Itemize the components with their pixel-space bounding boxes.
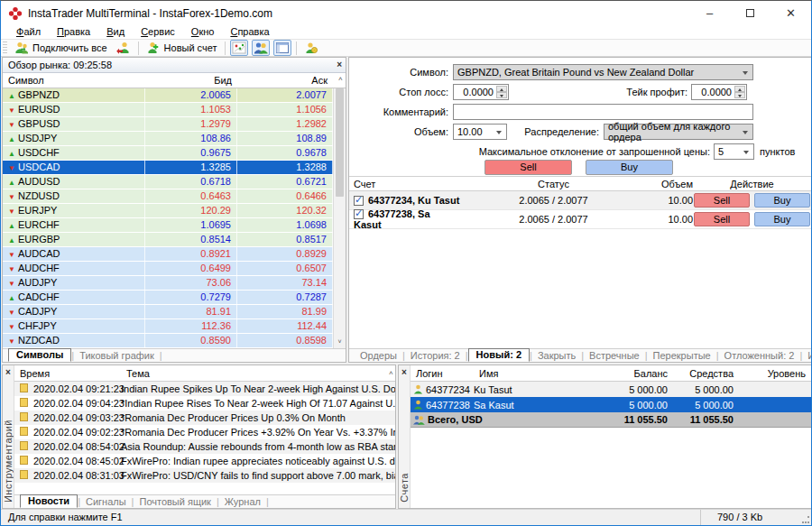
market-watch-close-icon[interactable]: × bbox=[337, 60, 342, 69]
news-row[interactable]: 2020.02.04 09:02:23 *Romania Dec Produce… bbox=[14, 425, 395, 439]
news-row[interactable]: 2020.02.04 09:21:23 Indian Rupee Spikes … bbox=[14, 382, 395, 396]
account-row[interactable]: 64377234 Ku Tasut 5 000.00 5 000.00 bbox=[411, 382, 811, 397]
accounts-view-toggle-button[interactable] bbox=[252, 40, 270, 56]
market-scrollbar[interactable]: ˅ bbox=[333, 88, 346, 348]
order-tab[interactable]: Встречные bbox=[584, 350, 645, 361]
menu-item[interactable]: Окно bbox=[183, 26, 223, 38]
market-row[interactable]: CADJPY 81.91 81.99 bbox=[3, 305, 333, 319]
market-row[interactable]: NZDCAD 0.8590 0.8598 bbox=[3, 334, 333, 348]
market-row[interactable]: AUDJPY 73.06 73.14 bbox=[3, 276, 333, 291]
maximize-button[interactable] bbox=[730, 1, 770, 25]
menu-item[interactable]: Справка bbox=[222, 26, 277, 38]
minimize-button[interactable]: – bbox=[689, 1, 730, 25]
order-tab[interactable]: Отложенный: 2 bbox=[719, 350, 800, 361]
buy-button[interactable]: Buy bbox=[586, 160, 673, 175]
order-account-row[interactable]: 64377238, Sa Kasut 2.0065 / 2.0077 10.00… bbox=[349, 210, 811, 229]
toolbox-tab[interactable]: Почтовый ящик bbox=[134, 496, 216, 507]
order-tab[interactable]: Перекрытые bbox=[648, 350, 716, 361]
account-row[interactable]: 64377238 Sa Kasut 5 000.00 5 000.00 bbox=[411, 397, 811, 412]
news-row[interactable]: 2020.02.04 09:03:23 *Romania Dec Produce… bbox=[14, 411, 395, 425]
market-row[interactable]: GBPUSD 1.2979 1.2982 bbox=[3, 117, 333, 132]
toolbox-tab[interactable]: Журнал bbox=[219, 496, 266, 507]
row-sell-button[interactable]: Sell bbox=[694, 212, 750, 226]
menu-item[interactable]: Сервис bbox=[133, 26, 183, 38]
symbol-select[interactable]: GBPNZD, Great Britain Pound vs New Zeala… bbox=[453, 64, 753, 80]
spin-down-icon[interactable] bbox=[496, 92, 507, 98]
market-tab[interactable]: Символы bbox=[8, 348, 71, 362]
spin-down-icon[interactable] bbox=[734, 92, 745, 98]
col-status[interactable]: Статус bbox=[460, 179, 647, 189]
news-row[interactable]: 2020.02.04 08:31:03 FxWirePro: USD/CNY f… bbox=[14, 468, 395, 483]
accounts-close-icon[interactable]: × bbox=[401, 367, 407, 378]
market-row[interactable]: CHFJPY 112.36 112.44 bbox=[3, 319, 333, 334]
volume-select[interactable]: 10.00 bbox=[453, 124, 507, 140]
market-row[interactable]: NZDUSD 0.6463 0.6466 bbox=[3, 189, 333, 204]
sell-button[interactable]: Sell bbox=[484, 160, 572, 175]
order-tab[interactable]: История: 2 bbox=[405, 350, 466, 361]
menu-item[interactable]: Вид bbox=[98, 26, 133, 38]
market-row[interactable]: EURJPY 120.29 120.32 bbox=[3, 204, 333, 218]
account-checkbox[interactable] bbox=[354, 209, 364, 219]
comment-input[interactable] bbox=[453, 104, 753, 120]
order-account-row[interactable]: 64377234, Ku Tasut 2.0065 / 2.0077 10.00… bbox=[349, 191, 811, 210]
col-time[interactable]: Время bbox=[14, 368, 121, 379]
account-checkbox[interactable] bbox=[354, 196, 364, 206]
scrollbar-thumb[interactable] bbox=[336, 88, 344, 197]
market-row[interactable]: AUDUSD 0.6718 0.6721 bbox=[3, 175, 333, 189]
menu-item[interactable]: Правка bbox=[49, 26, 98, 38]
market-tab[interactable]: Тиковый график bbox=[74, 350, 160, 361]
row-buy-button[interactable]: Buy bbox=[754, 212, 810, 226]
col-ask[interactable]: Аск bbox=[237, 73, 333, 88]
row-buy-button[interactable]: Buy bbox=[754, 193, 810, 208]
order-tab[interactable]: Изменить bbox=[802, 350, 812, 361]
scroll-up-icon[interactable]: ˄ bbox=[333, 73, 346, 88]
market-row[interactable]: CADCHF 0.7279 0.7287 bbox=[3, 291, 333, 305]
take-profit-input[interactable]: 0.0000 bbox=[691, 84, 747, 100]
scroll-up-icon[interactable]: ˄ bbox=[383, 369, 395, 377]
spin-up-icon[interactable] bbox=[734, 86, 745, 92]
col-level[interactable]: Уровень bbox=[739, 368, 811, 379]
row-sell-button[interactable]: Sell bbox=[694, 193, 750, 208]
resize-grip[interactable] bbox=[802, 516, 809, 523]
market-row[interactable]: GBPNZD 2.0065 2.0077 bbox=[3, 88, 333, 103]
col-account[interactable]: Счет bbox=[349, 179, 460, 189]
order-tab[interactable]: Новый: 2 bbox=[468, 348, 530, 362]
stop-loss-input[interactable]: 0.0000 bbox=[453, 84, 509, 100]
col-volume[interactable]: Объем bbox=[647, 179, 693, 189]
market-row[interactable]: AUDCAD 0.8921 0.8929 bbox=[3, 247, 333, 262]
disconnect-all-button[interactable] bbox=[112, 41, 135, 56]
close-button[interactable]: ✕ bbox=[770, 1, 811, 25]
order-tab[interactable]: Закрыть bbox=[532, 350, 581, 361]
market-row[interactable]: EURUSD 1.1053 1.1056 bbox=[3, 103, 333, 117]
col-bid[interactable]: Бид bbox=[145, 73, 237, 88]
order-tab[interactable]: Ордеры bbox=[355, 350, 402, 361]
col-balance[interactable]: Баланс bbox=[589, 368, 673, 379]
scroll-down-icon[interactable]: ˅ bbox=[334, 336, 346, 348]
market-row[interactable]: EURCHF 1.0695 1.0698 bbox=[3, 218, 333, 233]
col-equity[interactable]: Средства bbox=[673, 368, 739, 379]
news-row[interactable]: 2020.02.04 08:54:02 Asia Roundup: Aussie… bbox=[14, 439, 395, 454]
news-row[interactable]: 2020.02.04 09:04:23 *Indian Rupee Rises … bbox=[14, 396, 395, 411]
connect-all-button[interactable]: Подключить все bbox=[10, 41, 112, 56]
market-row[interactable]: USDCAD 1.3285 1.3288 bbox=[3, 161, 333, 175]
toolbox-tab[interactable]: Новости bbox=[20, 494, 78, 508]
new-account-button[interactable]: Новый счет bbox=[142, 41, 222, 56]
col-symbol[interactable]: Символ bbox=[3, 73, 145, 88]
distribution-select[interactable]: общий объем для каждого ордера bbox=[604, 124, 753, 140]
market-row[interactable]: USDCHF 0.9675 0.9678 bbox=[3, 146, 333, 161]
toolbar-grip[interactable] bbox=[3, 42, 7, 54]
market-row[interactable]: USDJPY 108.86 108.89 bbox=[3, 132, 333, 146]
news-row[interactable]: 2020.02.04 08:45:02 FxWirePro: Indian ru… bbox=[14, 454, 395, 468]
market-row[interactable]: AUDCHF 0.6499 0.6507 bbox=[3, 262, 333, 276]
tick-chart-toggle-button[interactable] bbox=[230, 40, 248, 56]
layout-toggle-button[interactable] bbox=[273, 40, 291, 56]
col-action[interactable]: Действие bbox=[693, 179, 811, 189]
col-login[interactable]: Логин bbox=[411, 368, 474, 379]
toolbox-tab[interactable]: Сигналы bbox=[80, 496, 132, 507]
menu-item[interactable]: Файл bbox=[8, 26, 49, 38]
toolbox-close-icon[interactable]: × bbox=[5, 367, 11, 378]
deviation-select[interactable]: 5 bbox=[714, 143, 754, 160]
col-topic[interactable]: Тема bbox=[121, 368, 383, 379]
col-name[interactable]: Имя bbox=[474, 368, 589, 379]
account-settings-button[interactable] bbox=[300, 41, 323, 56]
